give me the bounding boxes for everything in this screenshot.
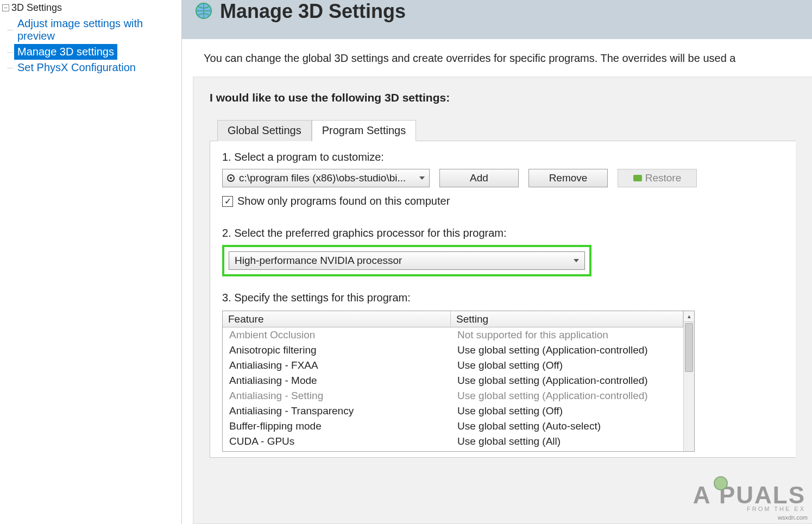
- tab-label: Global Settings: [228, 124, 301, 136]
- table-row[interactable]: Ambient OcclusionNot supported for this …: [223, 327, 683, 343]
- page-title: Manage 3D Settings: [220, 0, 406, 23]
- feature-cell: Antialiasing - Setting: [223, 390, 451, 402]
- col-setting-header[interactable]: Setting: [451, 311, 683, 327]
- checkbox-icon[interactable]: ✓: [222, 196, 233, 207]
- sidebar-item-label: Manage 3D settings: [17, 46, 114, 58]
- feature-table-inner: Feature Setting Ambient OcclusionNot sup…: [223, 311, 683, 451]
- sidebar-item-manage-3d[interactable]: Manage 3D settings: [14, 44, 117, 60]
- add-button[interactable]: Add: [439, 169, 519, 187]
- settings-panel: I would like to use the following 3D set…: [193, 77, 812, 524]
- feature-cell: Antialiasing - Mode: [223, 375, 451, 387]
- tab-label: Program Settings: [322, 124, 406, 136]
- program-select[interactable]: c:\program files (x86)\obs-studio\bi...: [222, 169, 430, 187]
- sidebar-item-label: Set PhysX Configuration: [17, 61, 136, 73]
- feature-cell: Buffer-flipping mode: [223, 420, 451, 432]
- header: Manage 3D Settings: [182, 0, 812, 39]
- collapse-icon[interactable]: −: [2, 4, 9, 11]
- step1-label: 1. Select a program to customize:: [222, 151, 784, 163]
- target-icon: [227, 174, 235, 182]
- checkbox-label: Show only programs found on this compute…: [237, 195, 450, 207]
- program-select-value: c:\program files (x86)\obs-studio\bi...: [239, 172, 406, 184]
- show-only-checkbox-row[interactable]: ✓ Show only programs found on this compu…: [222, 195, 784, 207]
- feature-table-body: Ambient OcclusionNot supported for this …: [223, 327, 683, 452]
- setting-cell: Not supported for this application: [451, 329, 683, 341]
- sidebar-item-label: Adjust image settings with preview: [17, 17, 143, 42]
- setting-cell: Use global setting (Application-controll…: [451, 375, 683, 387]
- tab-content: 1. Select a program to customize: c:\pro…: [210, 141, 796, 458]
- table-row[interactable]: Antialiasing - SettingUse global setting…: [223, 388, 683, 403]
- tree-root[interactable]: − 3D Settings: [2, 2, 181, 14]
- setting-cell: Use global setting (Off): [451, 359, 683, 371]
- button-label: Restore: [645, 172, 682, 184]
- sidebar: − 3D Settings Adjust image settings with…: [0, 0, 182, 524]
- settings-heading: I would like to use the following 3D set…: [210, 91, 796, 104]
- setting-cell: Use global setting (Off): [451, 405, 683, 417]
- feature-cell: CUDA - GPUs: [223, 435, 451, 447]
- step1-row: c:\program files (x86)\obs-studio\bi... …: [222, 169, 784, 187]
- sidebar-item-physx[interactable]: Set PhysX Configuration: [14, 60, 181, 75]
- chevron-down-icon: [574, 259, 579, 262]
- tabs: Global Settings Program Settings: [217, 119, 796, 141]
- nvidia-icon: [633, 175, 642, 181]
- gpu-select-highlight: High-performance NVIDIA processor: [222, 245, 591, 276]
- table-row[interactable]: Buffer-flipping modeUse global setting (…: [223, 419, 683, 434]
- setting-cell: Use global setting (All): [451, 435, 683, 447]
- step2-label: 2. Select the preferred graphics process…: [222, 227, 784, 239]
- chevron-down-icon: [419, 176, 425, 180]
- table-row[interactable]: Anisotropic filteringUse global setting …: [223, 343, 683, 358]
- table-row[interactable]: Antialiasing - ModeUse global setting (A…: [223, 373, 683, 388]
- scroll-up-icon[interactable]: ▴: [684, 311, 694, 322]
- gpu-select[interactable]: High-performance NVIDIA processor: [229, 251, 585, 270]
- table-row[interactable]: CUDA - GPUsUse global setting (All): [223, 434, 683, 449]
- tab-global-settings[interactable]: Global Settings: [217, 120, 312, 141]
- tree-children: Adjust image settings with preview Manag…: [14, 16, 181, 75]
- feature-cell: Anisotropic filtering: [223, 344, 451, 356]
- tree-root-label: 3D Settings: [11, 2, 62, 14]
- setting-cell: Use global setting (Auto-select): [451, 420, 683, 432]
- scrollbar[interactable]: ▴: [683, 311, 694, 451]
- step3-label: 3. Specify the settings for this program…: [222, 292, 784, 304]
- table-row[interactable]: Antialiasing - FXAAUse global setting (O…: [223, 358, 683, 373]
- table-row[interactable]: Antialiasing - TransparencyUse global se…: [223, 403, 683, 419]
- page-description: You can change the global 3D settings an…: [182, 39, 812, 77]
- remove-button[interactable]: Remove: [528, 169, 608, 187]
- restore-button: Restore: [618, 169, 697, 187]
- col-feature-header[interactable]: Feature: [223, 311, 451, 327]
- button-label: Remove: [549, 172, 588, 184]
- feature-cell: Antialiasing - Transparency: [223, 405, 451, 417]
- main: Manage 3D Settings You can change the gl…: [182, 0, 812, 524]
- setting-cell: Use global setting (Application-controll…: [451, 390, 683, 402]
- setting-cell: Use global setting (Application-controll…: [451, 344, 683, 356]
- scroll-thumb[interactable]: [685, 323, 693, 372]
- globe-icon: [193, 0, 215, 22]
- gpu-select-value: High-performance NVIDIA processor: [235, 255, 402, 267]
- sidebar-item-adjust-image[interactable]: Adjust image settings with preview: [14, 16, 181, 44]
- feature-table-header: Feature Setting: [223, 311, 683, 327]
- tab-program-settings[interactable]: Program Settings: [312, 120, 417, 141]
- button-label: Add: [470, 172, 488, 184]
- feature-table: Feature Setting Ambient OcclusionNot sup…: [222, 311, 695, 452]
- feature-cell: Ambient Occlusion: [223, 329, 451, 341]
- feature-cell: Antialiasing - FXAA: [223, 359, 451, 371]
